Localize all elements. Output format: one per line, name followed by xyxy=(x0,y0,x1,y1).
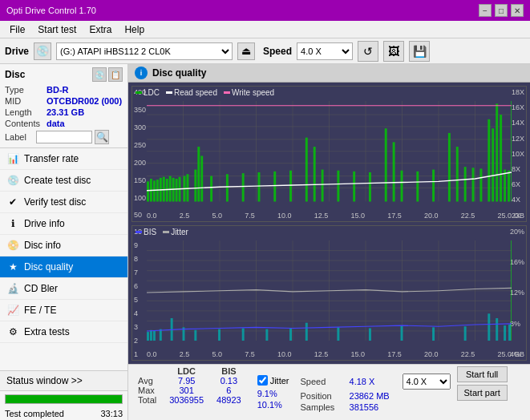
disc-type-row: Type BD-R xyxy=(5,85,123,95)
bis-legend-bis: BIS xyxy=(136,228,156,236)
sidebar-item-disc-quality[interactable]: ★ Disc quality xyxy=(0,256,127,278)
speed-select[interactable]: 4.0 X 8.0 X 1.0 X 2.0 X xyxy=(297,42,353,60)
cd-bler-icon: 🔬 xyxy=(6,282,19,295)
disc-contents-row: Contents data xyxy=(5,119,123,128)
sidebar-item-create-test-disc[interactable]: 💿 Create test disc xyxy=(0,170,127,192)
speed-col: Speed 4.18 X 4.0 X Position 23862 MB Sam… xyxy=(301,366,451,418)
disc-label-btn[interactable]: 🔍 xyxy=(95,130,109,144)
svg-rect-58 xyxy=(500,115,502,201)
svg-rect-97 xyxy=(488,313,490,341)
minimize-button[interactable]: − xyxy=(479,4,492,17)
disc-mid-row: MID OTCBDR002 (000) xyxy=(5,96,123,106)
sidebar-item-drive-info[interactable]: ℹ Drive info xyxy=(0,213,127,235)
speed-stat-select[interactable]: 4.0 X xyxy=(403,374,451,390)
svg-rect-60 xyxy=(508,171,510,202)
disc-info-icon: 📀 xyxy=(6,239,19,252)
start-full-button[interactable]: Start full xyxy=(457,366,508,382)
svg-rect-96 xyxy=(464,326,467,341)
svg-rect-45 xyxy=(385,128,387,201)
svg-rect-46 xyxy=(393,142,395,201)
svg-rect-41 xyxy=(322,170,324,202)
svg-rect-89 xyxy=(265,329,268,341)
menu-file[interactable]: File xyxy=(3,22,31,36)
sidebar-label-extra-tests: Extra tests xyxy=(24,326,70,337)
status-window-label: Status window >> xyxy=(6,375,83,386)
svg-rect-54 xyxy=(479,168,482,201)
disc-type-value: BD-R xyxy=(47,85,69,95)
sidebar-label-fe-te: FE / TE xyxy=(24,305,56,316)
bis-x-unit: GB xyxy=(514,350,524,358)
disc-icon-2[interactable]: 📋 xyxy=(108,67,123,82)
sidebar-label-drive-info: Drive info xyxy=(24,218,65,229)
svg-rect-82 xyxy=(153,330,156,341)
svg-rect-32 xyxy=(200,155,203,201)
ldc-x-unit: GB xyxy=(514,212,524,220)
sidebar-label-disc-info: Disc info xyxy=(24,240,61,251)
stats-table-col: LDC BIS Avg 7.95 0.13 Max 301 6 Total xyxy=(131,366,248,418)
stats-table: LDC BIS Avg 7.95 0.13 Max 301 6 Total xyxy=(131,366,248,405)
toolbar-btn-2[interactable]: 🖼 xyxy=(383,41,404,62)
toolbar-btn-1[interactable]: ↺ xyxy=(358,41,378,62)
maximize-button[interactable]: □ xyxy=(495,4,508,17)
sidebar-item-cd-bler[interactable]: 🔬 CD Bler xyxy=(0,278,127,300)
disc-label-input[interactable] xyxy=(36,131,92,143)
svg-rect-43 xyxy=(353,172,355,202)
svg-rect-49 xyxy=(432,170,435,202)
drive-eject-icon[interactable]: 💿 xyxy=(34,42,51,60)
ldc-legend-read: Read speed xyxy=(166,88,217,97)
sidebar-label-create-test-disc: Create test disc xyxy=(24,175,91,186)
svg-rect-48 xyxy=(416,172,419,202)
disc-contents-label: Contents xyxy=(5,119,47,128)
start-part-button[interactable]: Start part xyxy=(457,385,508,401)
menu-extra[interactable]: Extra xyxy=(83,22,118,36)
drive-label: Drive xyxy=(5,46,29,57)
menu-start-test[interactable]: Start test xyxy=(31,22,83,36)
sidebar-item-transfer-rate[interactable]: 📊 Transfer rate xyxy=(0,148,127,170)
drive-refresh-icon[interactable]: ⏏ xyxy=(237,42,255,60)
status-window-button[interactable]: Status window >> xyxy=(0,371,127,391)
svg-rect-38 xyxy=(289,171,292,202)
ldc-chart: LDC Read speed Write speed 4003503002502… xyxy=(131,86,527,222)
stats-total-ldc: 3036955 xyxy=(163,395,210,405)
svg-rect-30 xyxy=(194,170,196,202)
jitter-checkbox[interactable] xyxy=(257,375,268,386)
disc-section-label: Disc xyxy=(5,69,25,80)
speed-stat-value: 4.18 X xyxy=(350,377,398,386)
bis-x-axis: 0.02.55.07.510.012.515.017.520.022.525.0 xyxy=(147,350,512,358)
sidebar-item-fe-te[interactable]: 📈 FE / TE xyxy=(0,300,127,321)
transfer-rate-icon: 📊 xyxy=(6,152,19,165)
disc-label-label: Label xyxy=(5,132,34,142)
disc-icon-1[interactable]: 💿 xyxy=(92,67,107,82)
main: Disc 💿 📋 Type BD-R MID OTCBDR002 (000) L… xyxy=(0,64,530,420)
disc-mid-value: OTCBDR002 (000) xyxy=(47,96,122,106)
position-row: Position 23862 MB xyxy=(301,391,451,401)
svg-rect-93 xyxy=(369,328,371,341)
sidebar-item-extra-tests[interactable]: ⚙ Extra tests xyxy=(0,321,127,343)
drive-info-icon: ℹ xyxy=(6,217,19,230)
svg-rect-17 xyxy=(147,181,149,201)
close-button[interactable]: ✕ xyxy=(511,4,524,17)
stats-avg-bis: 0.13 xyxy=(210,376,248,386)
svg-rect-56 xyxy=(492,128,494,201)
svg-rect-90 xyxy=(289,328,292,341)
menu-help[interactable]: Help xyxy=(118,22,151,36)
samples-row: Samples 381556 xyxy=(301,402,451,412)
svg-rect-92 xyxy=(337,327,339,341)
status-text-row: Test completed 33:13 xyxy=(0,407,127,420)
disc-length-label: Length xyxy=(5,107,47,117)
svg-rect-51 xyxy=(456,147,459,201)
drivebar: Drive 💿 (G:) ATAPI iHBS112 2 CL0K ⏏ Spee… xyxy=(0,38,530,64)
toolbar-btn-3[interactable]: 💾 xyxy=(409,41,430,62)
svg-rect-98 xyxy=(496,317,498,341)
stats-total-label: Total xyxy=(131,395,163,405)
bis-y-left: 10987654321 xyxy=(134,226,142,361)
svg-rect-53 xyxy=(472,168,475,201)
disc-icon-area: 💿 📋 xyxy=(92,67,123,82)
sidebar-item-disc-info[interactable]: 📀 Disc info xyxy=(0,235,127,256)
drive-select[interactable]: (G:) ATAPI iHBS112 2 CL0K xyxy=(56,42,233,60)
stats-avg-ldc: 7.95 xyxy=(163,376,210,386)
sidebar-item-verify-test-disc[interactable]: ✔ Verify test disc xyxy=(0,192,127,213)
svg-rect-39 xyxy=(305,138,308,202)
svg-rect-34 xyxy=(226,174,229,201)
status-bar: Status window >> Test completed 33:13 xyxy=(0,370,127,420)
